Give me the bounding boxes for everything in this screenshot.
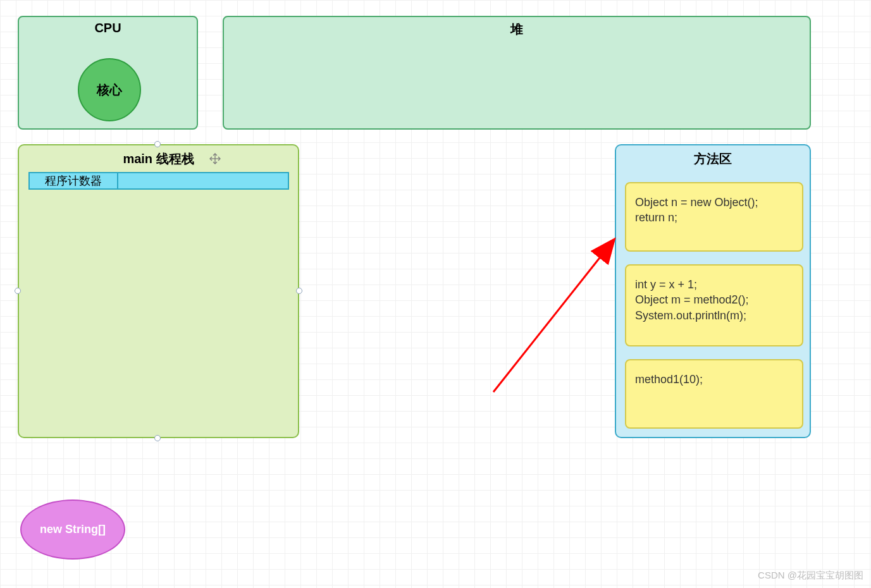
selection-handle[interactable]	[154, 435, 161, 441]
heap-box: 堆	[223, 16, 811, 130]
cpu-core-label: 核心	[97, 82, 122, 99]
program-counter-label: 程序计数器	[28, 172, 117, 190]
new-string-label: new String[]	[40, 523, 106, 536]
svg-line-3	[493, 240, 614, 392]
stack-title: main 线程栈	[19, 145, 298, 168]
main-thread-stack-box[interactable]: main 线程栈 程序计数器	[18, 144, 299, 438]
method-area-title: 方法区	[616, 145, 810, 168]
new-string-ellipse: new String[]	[20, 499, 125, 560]
selection-handle[interactable]	[154, 141, 161, 147]
arrow-to-method	[487, 234, 626, 398]
watermark: CSDN @花园宝宝胡图图	[758, 570, 863, 582]
stack-title-label: main 线程栈	[123, 152, 194, 166]
cpu-title: CPU	[19, 17, 197, 35]
selection-handle[interactable]	[296, 288, 302, 294]
method-area-box: 方法区 Object n = new Object(); return n; i…	[615, 144, 811, 438]
selection-handle[interactable]	[15, 288, 21, 294]
program-counter-row: 程序计数器	[28, 172, 289, 190]
program-counter-value	[117, 172, 289, 190]
move-icon[interactable]	[209, 152, 221, 165]
cpu-core: 核心	[78, 58, 141, 121]
cpu-box: CPU 核心	[18, 16, 198, 130]
code-block: Object n = new Object(); return n;	[625, 182, 803, 252]
heap-title: 堆	[224, 17, 810, 38]
code-block: method1(10);	[625, 359, 803, 429]
code-block: int y = x + 1; Object m = method2(); Sys…	[625, 264, 803, 346]
